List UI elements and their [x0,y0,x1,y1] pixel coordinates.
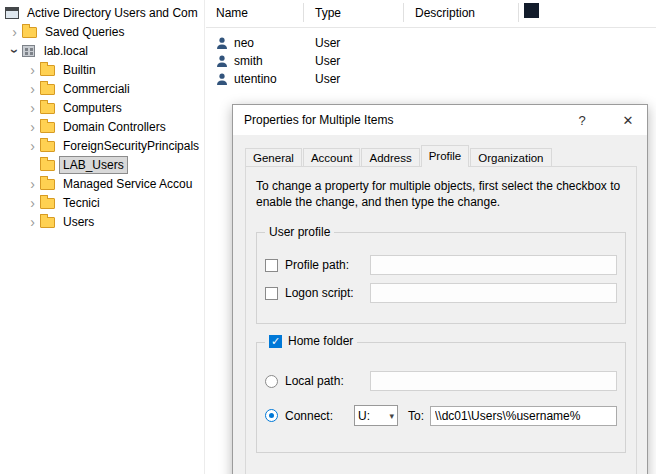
profile-path-label: Profile path: [285,258,370,272]
profile-tab-page: To change a property for multiple object… [245,166,637,474]
chevron-right-icon[interactable] [25,101,40,115]
tree-item-label: Computers [60,100,125,116]
tree-item-label: Users [60,214,97,230]
tree-item-label: Managed Service Accou [60,176,195,192]
folder-icon [40,103,55,114]
user-profile-group: User profile Profile path: Logon script: [256,232,626,324]
chevron-down-icon: ▾ [389,411,394,421]
local-path-radio[interactable] [265,375,278,388]
console-tree: Active Directory Users and Com Saved Que… [0,0,205,474]
aduc-window: Active Directory Users and Com Saved Que… [0,0,656,474]
connect-label: Connect: [285,409,354,423]
local-path-label: Local path: [285,374,370,388]
list-item-user[interactable]: utentino User [206,70,656,88]
tree-item-label: Tecnici [60,195,103,211]
tab-organization[interactable]: Organization [470,148,551,167]
sidebar-item-builtin[interactable]: Builtin [0,60,204,79]
list-item-user[interactable]: neo User [206,34,656,52]
home-folder-label: Home folder [288,334,353,348]
logon-script-label: Logon script: [285,286,370,300]
sidebar-item-computers[interactable]: Computers [0,98,204,117]
folder-icon [40,179,55,190]
column-separator[interactable] [403,3,404,22]
local-path-row: Local path: [265,371,617,391]
list-item-type: User [315,36,415,50]
sidebar-item-foreignsecurityprincipals[interactable]: ForeignSecurityPrincipals [0,136,204,155]
help-button[interactable]: ? [563,105,601,135]
sidebar-item-users[interactable]: Users [0,212,204,231]
profile-path-checkbox[interactable] [265,259,278,272]
tab-account[interactable]: Account [303,148,361,167]
folder-icon [22,27,37,38]
connect-radio[interactable] [265,409,278,422]
tree-item-label: Commerciali [60,81,133,97]
sidebar-item-lab-local[interactable]: lab.local [0,41,204,60]
column-header-type[interactable]: Type [315,6,341,20]
folder-icon [40,84,55,95]
sidebar-item-managed-service-accounts[interactable]: Managed Service Accou [0,174,204,193]
profile-path-input[interactable] [370,255,617,275]
connect-path-input[interactable] [430,406,617,426]
connect-row: Connect: U: ▾ To: [265,405,617,426]
tab-strip: General Account Address Profile Organiza… [245,145,647,167]
folder-icon [40,217,55,228]
chevron-right-icon[interactable] [25,177,40,191]
folder-icon [40,65,55,76]
tab-general[interactable]: General [245,148,302,167]
folder-icon [40,141,55,152]
sidebar-item-commerciali[interactable]: Commerciali [0,79,204,98]
folder-icon [40,122,55,133]
sidebar-item-tecnici[interactable]: Tecnici [0,193,204,212]
tree-item-label: Builtin [60,62,99,78]
tree-item-label: ForeignSecurityPrincipals [60,138,202,154]
to-label: To: [408,409,424,423]
chevron-right-icon[interactable] [25,139,40,153]
chevron-right-icon[interactable] [25,63,40,77]
folder-icon [40,198,55,209]
column-header-description[interactable]: Description [415,6,475,20]
logon-script-input[interactable] [370,283,617,303]
sidebar-item-lab-users[interactable]: LAB_Users [0,155,204,174]
sidebar-item-root[interactable]: Active Directory Users and Com [0,3,204,22]
user-profile-group-title: User profile [265,225,334,239]
tree-item-label: Active Directory Users and Com [24,5,201,21]
home-folder-group: Home folder Local path: Connect: U: ▾ To… [256,342,626,453]
chevron-right-icon[interactable] [25,82,40,96]
list-item-name: neo [234,36,315,50]
local-path-input[interactable] [370,371,617,391]
sidebar-item-domain-controllers[interactable]: Domain Controllers [0,117,204,136]
logon-script-checkbox[interactable] [265,287,278,300]
user-icon [216,37,229,50]
column-separator[interactable] [303,3,304,22]
chevron-right-icon[interactable] [25,120,40,134]
profile-path-row: Profile path: [265,255,617,275]
column-separator[interactable] [518,3,519,22]
dialog-title: Properties for Multiple Items [244,113,563,127]
instructions-text: To change a property for multiple object… [256,179,628,210]
tree-item-label: lab.local [41,43,91,59]
chevron-right-icon[interactable] [7,25,22,39]
list-item-name: smith [234,54,315,68]
home-folder-checkbox[interactable] [269,335,282,348]
chevron-right-icon[interactable] [25,215,40,229]
dialog-titlebar[interactable]: Properties for Multiple Items ? ✕ [233,105,647,135]
close-button[interactable]: ✕ [609,105,647,135]
logon-script-row: Logon script: [265,283,617,303]
list-item-type: User [315,54,415,68]
tab-address[interactable]: Address [361,148,419,167]
chevron-right-icon[interactable] [25,196,40,210]
list-item-user[interactable]: smith User [206,52,656,70]
tree-item-label: Domain Controllers [60,119,169,135]
sidebar-item-saved-queries[interactable]: Saved Queries [0,22,204,41]
tree-item-label: Saved Queries [42,24,127,40]
list-item-name: utentino [234,72,315,86]
column-header-name[interactable]: Name [216,6,248,20]
tree-item-label-selected: LAB_Users [60,157,127,173]
chevron-down-icon[interactable] [8,43,22,58]
header-dark-square-icon [524,3,539,18]
tab-profile[interactable]: Profile [421,145,470,167]
properties-dialog: Properties for Multiple Items ? ✕ Genera… [232,104,648,474]
drive-letter-value: U: [358,409,370,423]
drive-letter-dropdown[interactable]: U: ▾ [354,405,398,426]
list-item-type: User [315,72,415,86]
